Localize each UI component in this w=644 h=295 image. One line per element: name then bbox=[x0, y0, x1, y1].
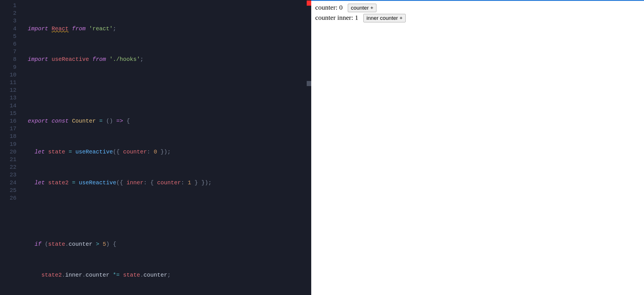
counter-plus-button[interactable]: counter + bbox=[348, 4, 377, 12]
line-number: 4 bbox=[0, 25, 23, 33]
line-number: 16 bbox=[0, 117, 23, 125]
line-number: 14 bbox=[0, 102, 23, 110]
code-line[interactable]: let state2 = useReactive({ inner: { coun… bbox=[28, 179, 311, 187]
line-number: 20 bbox=[0, 148, 23, 156]
counter-row: counter: 0 counter + bbox=[315, 4, 640, 12]
line-number: 18 bbox=[0, 132, 23, 140]
line-number: 2 bbox=[0, 9, 23, 17]
browser-preview-pane: counter: 0 counter + counter inner: 1 in… bbox=[311, 0, 644, 295]
line-number: 15 bbox=[0, 110, 23, 117]
code-line[interactable]: let state = useReactive({ counter: 0 }); bbox=[28, 148, 311, 156]
line-number: 1 bbox=[0, 2, 23, 9]
line-number: 23 bbox=[0, 171, 23, 179]
line-number-gutter: 1 2 3 4 5 6 7 8 9 10 11 12 13 14 15 16 1… bbox=[0, 0, 23, 295]
line-number: 24 bbox=[0, 179, 23, 187]
code-line[interactable] bbox=[28, 86, 311, 94]
inner-counter-plus-button[interactable]: inner counter + bbox=[363, 14, 406, 22]
code-line[interactable] bbox=[28, 210, 311, 217]
counter-inner-label: counter inner: 1 bbox=[315, 14, 358, 22]
counter-inner-row: counter inner: 1 inner counter + bbox=[315, 14, 640, 22]
line-number: 6 bbox=[0, 40, 23, 48]
line-number: 8 bbox=[0, 55, 23, 63]
line-number: 13 bbox=[0, 94, 23, 102]
line-number: 5 bbox=[0, 33, 23, 40]
line-number: 22 bbox=[0, 163, 23, 171]
code-editor-pane[interactable]: 1 2 3 4 5 6 7 8 9 10 11 12 13 14 15 16 1… bbox=[0, 0, 311, 295]
line-number: 3 bbox=[0, 17, 23, 25]
line-number: 12 bbox=[0, 86, 23, 94]
line-number: 9 bbox=[0, 63, 23, 71]
line-number: 7 bbox=[0, 48, 23, 55]
overview-ruler[interactable] bbox=[307, 0, 311, 295]
warning-squiggle: React bbox=[52, 25, 69, 32]
line-number: 21 bbox=[0, 156, 23, 163]
code-line[interactable]: import useReactive from './hooks'; bbox=[28, 55, 311, 63]
counter-inner-value: 1 bbox=[355, 14, 358, 21]
code-text-area[interactable]: import React from 'react'; import useRea… bbox=[23, 0, 311, 295]
line-number: 11 bbox=[0, 79, 23, 86]
line-number: 26 bbox=[0, 194, 23, 202]
line-number: 10 bbox=[0, 71, 23, 79]
code-line[interactable]: import React from 'react'; bbox=[28, 25, 311, 33]
overview-viewport-thumb[interactable] bbox=[307, 81, 311, 86]
counter-label: counter: 0 bbox=[315, 4, 343, 11]
code-line[interactable]: if (state.counter > 5) { bbox=[28, 240, 311, 248]
line-number: 19 bbox=[0, 140, 23, 148]
code-line[interactable]: state2.inner.counter *= state.counter; bbox=[28, 271, 311, 279]
code-line[interactable]: export const Counter = () => { bbox=[28, 117, 311, 125]
overview-error-marker[interactable] bbox=[307, 1, 311, 6]
counter-value: 0 bbox=[339, 4, 343, 11]
line-number: 17 bbox=[0, 125, 23, 132]
line-number: 25 bbox=[0, 187, 23, 194]
